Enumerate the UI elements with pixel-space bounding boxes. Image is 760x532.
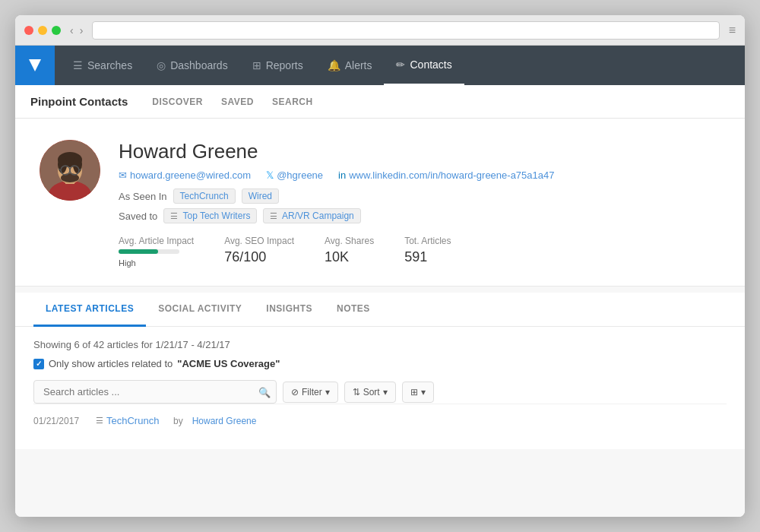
- tab-social-activity[interactable]: SOCIAL ACTIVITY: [146, 293, 254, 327]
- nav-label-alerts: Alerts: [345, 59, 372, 71]
- svg-marker-0: [29, 59, 41, 71]
- profile-twitter-link[interactable]: 𝕏 @hgreene: [266, 169, 323, 181]
- columns-chevron-icon: ▾: [421, 387, 426, 397]
- reports-icon: ⊞: [252, 59, 261, 71]
- as-seen-in-label: As Seen In: [119, 191, 167, 202]
- profile-email-link[interactable]: ✉ howard.greene@wired.com: [119, 169, 251, 181]
- close-button[interactable]: [24, 26, 33, 35]
- stat-tot-articles: Tot. Articles 591: [404, 236, 451, 268]
- sub-nav-item-discover[interactable]: DISCOVER: [152, 93, 203, 110]
- stat-avg-shares: Avg. Shares 10K: [325, 236, 374, 268]
- profile-info: Howard Greene ✉ howard.greene@wired.com …: [119, 140, 720, 268]
- filter-checkbox[interactable]: [33, 359, 44, 369]
- saved-to-label: Saved to: [119, 211, 157, 222]
- stat-bar-container: [119, 249, 179, 254]
- svg-point-6: [58, 155, 67, 173]
- linkedin-value: www.linkedin.com/in/howard-greene-a75a1a…: [349, 169, 554, 181]
- nav-items: ☰ Searches ◎ Dashboards ⊞ Reports 🔔 Aler…: [55, 46, 745, 85]
- filter-dropdown-button[interactable]: ⊘ Filter ▾: [283, 382, 338, 403]
- stat-value-2: 10K: [325, 249, 374, 265]
- stat-article-impact: Avg. Article Impact High: [119, 236, 194, 268]
- hamburger-icon[interactable]: ≡: [729, 24, 736, 37]
- search-bar-row: 🔍 ⊘ Filter ▾ ⇅ Sort ▾ ⊞ ▾: [33, 380, 727, 404]
- article-source[interactable]: ☰ TechCrunch: [96, 415, 164, 426]
- filter-label: Only show articles related to: [49, 358, 173, 369]
- stat-seo-impact: Avg. SEO Impact 76/100: [224, 236, 294, 268]
- article-by-label: by: [173, 416, 183, 426]
- filter-tag-value: "ACME US Coverage": [177, 358, 280, 369]
- article-author-link[interactable]: Howard Greene: [192, 416, 257, 426]
- maximize-button[interactable]: [52, 26, 61, 35]
- forward-arrow-icon[interactable]: ›: [80, 24, 84, 36]
- profile-section: Howard Greene ✉ howard.greene@wired.com …: [15, 119, 745, 287]
- sub-nav-item-search[interactable]: SEARCH: [272, 93, 313, 110]
- search-articles-input[interactable]: [33, 380, 277, 404]
- source-tag-techcrunch[interactable]: TechCrunch: [173, 188, 236, 204]
- columns-icon: ⊞: [410, 387, 418, 397]
- avatar-image: [40, 140, 100, 201]
- stat-label-0: Avg. Article Impact: [119, 236, 194, 246]
- stat-value-1: 76/100: [224, 249, 294, 265]
- nav-item-contacts[interactable]: ✏ Contacts: [384, 46, 464, 85]
- articles-section: Showing 6 of 42 articles for 1/21/17 - 4…: [15, 327, 745, 449]
- address-bar[interactable]: [92, 21, 719, 40]
- back-arrow-icon[interactable]: ‹: [70, 24, 74, 36]
- article-date: 01/21/2017: [33, 416, 87, 426]
- stat-value-3: 591: [404, 249, 451, 265]
- logo-icon: [26, 56, 44, 74]
- article-source-icon: ☰: [96, 416, 103, 426]
- nav-item-reports[interactable]: ⊞ Reports: [240, 46, 315, 85]
- svg-point-7: [73, 155, 82, 173]
- dashboards-icon: ◎: [157, 59, 166, 71]
- searches-icon: ☰: [73, 59, 83, 71]
- list-tag-top-tech-writers[interactable]: ☰ Top Tech Writers: [163, 208, 257, 223]
- search-icon[interactable]: 🔍: [258, 386, 271, 397]
- app-nav: ☰ Searches ◎ Dashboards ⊞ Reports 🔔 Aler…: [15, 46, 745, 85]
- minimize-button[interactable]: [38, 26, 47, 35]
- browser-chrome: ‹ › ≡: [15, 15, 745, 46]
- as-seen-in-row: As Seen In TechCrunch Wired: [119, 188, 720, 204]
- list-icon: ☰: [170, 211, 178, 220]
- list-icon-2: ☰: [270, 211, 277, 220]
- nav-item-alerts[interactable]: 🔔 Alerts: [315, 46, 385, 85]
- stat-label-2: Avg. Shares: [325, 236, 374, 246]
- source-tag-wired[interactable]: Wired: [242, 188, 279, 204]
- sort-btn-label: Sort: [363, 387, 380, 397]
- nav-item-searches[interactable]: ☰ Searches: [61, 46, 144, 85]
- sort-icon: ⇅: [353, 387, 360, 397]
- profile-stats: Avg. Article Impact High Avg. SEO Impact…: [119, 236, 720, 268]
- main-content: Howard Greene ✉ howard.greene@wired.com …: [15, 119, 745, 517]
- sub-nav-item-saved[interactable]: SAVED: [221, 93, 254, 110]
- filter-icon: ⊘: [291, 387, 299, 397]
- article-source-name: TechCrunch: [106, 415, 159, 426]
- tab-notes[interactable]: NOTES: [325, 293, 382, 327]
- email-icon: ✉: [119, 169, 127, 181]
- nav-label-reports: Reports: [266, 59, 303, 71]
- saved-to-row: Saved to ☰ Top Tech Writers ☰ AR/VR Camp…: [119, 208, 720, 223]
- stat-value-0: High: [119, 258, 194, 268]
- filter-checkbox-row: Only show articles related to "ACME US C…: [33, 358, 727, 369]
- profile-linkedin-link[interactable]: in www.linkedin.com/in/howard-greene-a75…: [338, 169, 554, 181]
- filter-chevron-icon: ▾: [325, 387, 330, 397]
- sub-nav-brand: Pinpoint Contacts: [30, 95, 128, 108]
- search-input-wrap: 🔍: [33, 380, 277, 404]
- sort-dropdown-button[interactable]: ⇅ Sort ▾: [344, 382, 396, 403]
- profile-links: ✉ howard.greene@wired.com 𝕏 @hgreene in …: [119, 169, 720, 181]
- tab-latest-articles[interactable]: LATEST ARTICLES: [33, 293, 146, 327]
- list-tag-arvr-campaign[interactable]: ☰ AR/VR Campaign: [263, 208, 360, 223]
- twitter-icon: 𝕏: [266, 169, 274, 181]
- alerts-icon: 🔔: [328, 59, 340, 71]
- tabs-nav: LATEST ARTICLES SOCIAL ACTIVITY INSIGHTS…: [15, 293, 745, 327]
- nav-item-dashboards[interactable]: ◎ Dashboards: [144, 46, 240, 85]
- columns-dropdown-button[interactable]: ⊞ ▾: [402, 382, 434, 403]
- table-row: 01/21/2017 ☰ TechCrunch by Howard Greene: [33, 404, 727, 437]
- profile-name: Howard Greene: [119, 140, 720, 163]
- sort-chevron-icon: ▾: [383, 387, 388, 397]
- profile-header: Howard Greene ✉ howard.greene@wired.com …: [40, 140, 720, 268]
- traffic-lights: [24, 26, 61, 35]
- tabs-section: LATEST ARTICLES SOCIAL ACTIVITY INSIGHTS…: [15, 293, 745, 449]
- tab-insights[interactable]: INSIGHTS: [254, 293, 325, 327]
- app-logo[interactable]: [15, 46, 55, 85]
- nav-label-searches: Searches: [87, 59, 132, 71]
- list-name-0: Top Tech Writers: [182, 211, 250, 221]
